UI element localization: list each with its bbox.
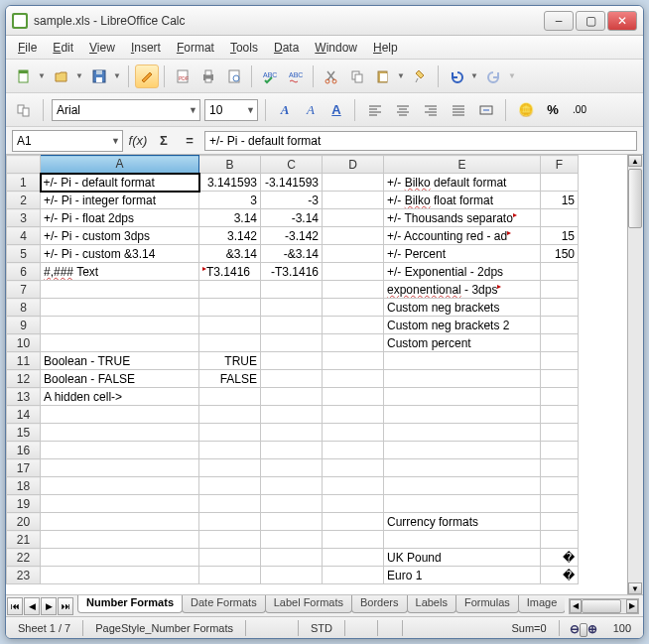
auto-spellcheck-icon[interactable]: ABC (284, 64, 308, 88)
cell-F22[interactable]: � (541, 549, 579, 567)
cell-E16[interactable] (384, 442, 541, 459)
cell-D7[interactable] (323, 281, 384, 299)
cell-B16[interactable] (199, 442, 261, 459)
dropdown-icon[interactable]: ▼ (75, 71, 85, 80)
new-doc-icon[interactable] (12, 64, 36, 88)
column-header-A[interactable]: A (41, 156, 199, 174)
row-header-1[interactable]: 1 (7, 174, 41, 192)
row-header-8[interactable]: 8 (7, 299, 41, 317)
cell-C8[interactable] (261, 299, 323, 317)
cell-F21[interactable] (541, 531, 579, 549)
column-header-F[interactable]: F (541, 156, 579, 174)
cell-D8[interactable] (323, 299, 384, 317)
cell-A3[interactable]: +/- Pi - float 2dps (41, 209, 199, 227)
cell-A15[interactable] (41, 424, 199, 442)
zoom-percent[interactable]: 100 (607, 622, 637, 634)
row-header-18[interactable]: 18 (7, 477, 41, 495)
cell-D22[interactable] (323, 549, 384, 567)
cell-C14[interactable] (261, 406, 323, 424)
cell-D3[interactable] (323, 209, 384, 227)
cell-F19[interactable] (541, 495, 579, 513)
row-header-22[interactable]: 22 (7, 549, 41, 567)
export-pdf-icon[interactable]: PDF (171, 64, 195, 88)
cell-E2[interactable]: +/- Bilko float format (384, 192, 541, 209)
sum-display[interactable]: Sum=0 (409, 622, 553, 634)
row-header-19[interactable]: 19 (7, 495, 41, 513)
cell-A2[interactable]: +/- Pi - integer format (41, 192, 199, 209)
dropdown-icon[interactable]: ▼ (508, 71, 518, 80)
cell-D14[interactable] (323, 406, 384, 424)
cell-C6[interactable]: -T3.1416 (261, 263, 323, 281)
cell-E12[interactable] (384, 370, 541, 388)
cell-B2[interactable]: 3 (199, 192, 261, 209)
edit-mode-icon[interactable] (135, 64, 159, 88)
cell-B11[interactable]: TRUE (199, 352, 261, 370)
sheet-tab-formulas[interactable]: Formulas (455, 595, 519, 613)
cell-F6[interactable] (541, 263, 579, 281)
function-equals-icon[interactable]: = (179, 130, 200, 152)
column-header-E[interactable]: E (384, 156, 541, 174)
cell-E21[interactable] (384, 531, 541, 549)
copy-icon[interactable] (345, 64, 369, 88)
cell-C21[interactable] (261, 531, 323, 549)
column-header-C[interactable]: C (261, 156, 323, 174)
row-header-10[interactable]: 10 (7, 334, 41, 352)
cell-A10[interactable] (41, 334, 199, 352)
cell-A23[interactable] (41, 567, 199, 584)
row-header-23[interactable]: 23 (7, 567, 41, 584)
cell-C5[interactable]: -&3.14 (261, 245, 323, 263)
cell-C10[interactable] (261, 334, 323, 352)
cell-B21[interactable] (199, 531, 261, 549)
minimize-button[interactable]: – (544, 11, 574, 31)
sheet-tab-borders[interactable]: Borders (351, 595, 408, 613)
cell-A9[interactable] (41, 317, 199, 334)
cell-F1[interactable] (541, 174, 579, 192)
menu-file[interactable]: File (12, 39, 43, 57)
cell-B17[interactable] (199, 459, 261, 477)
row-header-2[interactable]: 2 (7, 192, 41, 209)
dropdown-icon[interactable]: ▼ (38, 71, 48, 80)
menu-tools[interactable]: Tools (224, 39, 264, 57)
cell-A22[interactable] (41, 549, 199, 567)
cell-A14[interactable] (41, 406, 199, 424)
sheet-tab-number-formats[interactable]: Number Formats (77, 595, 183, 613)
cell-F14[interactable] (541, 406, 579, 424)
column-header-D[interactable]: D (323, 156, 384, 174)
spellcheck-icon[interactable]: ABC (258, 64, 282, 88)
cell-B23[interactable] (199, 567, 261, 584)
cell-B5[interactable]: &3.14 (199, 245, 261, 263)
row-header-11[interactable]: 11 (7, 352, 41, 370)
cells-table[interactable]: ABCDEF 1+/- Pi - default format3.141593-… (6, 155, 579, 584)
dropdown-icon[interactable]: ▼ (397, 71, 407, 80)
cell-F2[interactable]: 15 (541, 192, 579, 209)
cell-A18[interactable] (41, 477, 199, 495)
cell-A7[interactable] (41, 281, 199, 299)
save-icon[interactable] (87, 64, 111, 88)
row-header-7[interactable]: 7 (7, 281, 41, 299)
cell-D19[interactable] (323, 495, 384, 513)
align-center-icon[interactable] (391, 98, 415, 122)
cell-F3[interactable] (541, 209, 579, 227)
merge-cells-icon[interactable] (474, 98, 498, 122)
print-icon[interactable] (196, 64, 220, 88)
row-header-17[interactable]: 17 (7, 459, 41, 477)
cell-B15[interactable] (199, 424, 261, 442)
open-icon[interactable] (50, 64, 73, 88)
cell-C3[interactable]: -3.14 (261, 209, 323, 227)
cell-A4[interactable]: +/- Pi - custom 3dps (41, 227, 199, 245)
dropdown-icon[interactable]: ▼ (113, 71, 123, 80)
scroll-left-icon[interactable]: ◀ (570, 599, 582, 613)
cell-D20[interactable] (323, 513, 384, 531)
cell-C1[interactable]: -3.141593 (261, 174, 323, 192)
cell-F8[interactable] (541, 299, 579, 317)
sheet-tab-label-formats[interactable]: Label Formats (265, 595, 352, 613)
sheet-tab-image[interactable]: Image (518, 595, 566, 613)
cell-D23[interactable] (323, 567, 384, 584)
cell-B13[interactable] (199, 388, 261, 406)
row-header-12[interactable]: 12 (7, 370, 41, 388)
cell-A21[interactable] (41, 531, 199, 549)
cell-D18[interactable] (323, 477, 384, 495)
underline-button[interactable]: A (325, 99, 347, 121)
cell-D5[interactable] (323, 245, 384, 263)
row-header-3[interactable]: 3 (7, 209, 41, 227)
